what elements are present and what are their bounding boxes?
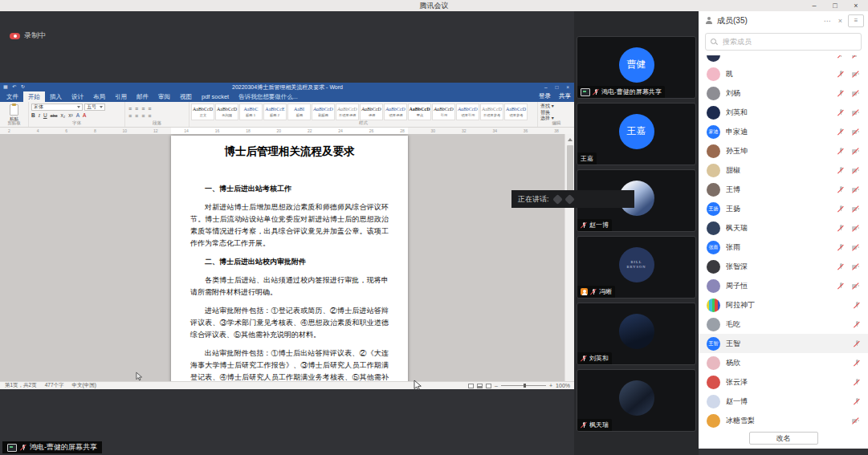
word-window-controls: – □ × [544, 83, 573, 91]
mic-off-icon [837, 244, 844, 251]
document-body: 一、博士后进出站考核工作对新进站博士后增加思想政治素质和师德师风综合评议环节。博… [190, 170, 389, 381]
member-row[interactable]: 冰糖雪梨 [699, 411, 868, 428]
strikethrough-icon [51, 112, 58, 118]
word-statusbar: 第1页，共2页477个字中文(中国) – + 100% [0, 381, 575, 389]
document-title: 博士后管理相关流程及要求 [190, 144, 389, 159]
styles-group-label: 样式 [189, 120, 537, 126]
ribbon-tab: 审阅 [153, 91, 175, 102]
member-row[interactable]: 甜椒 [699, 160, 868, 180]
participant-avatar: BILL BRYSON [619, 247, 654, 282]
bold-icon [31, 112, 35, 118]
ribbon-tab: 布局 [88, 91, 110, 102]
video-tile[interactable]: 曹健 鸿电-曹健的屏幕共享 [577, 36, 696, 99]
style-item: AaBbCcD 副标题 [312, 104, 335, 120]
speaking-label: 正在讲话: [518, 194, 549, 205]
mic-off-icon [854, 302, 860, 309]
document-paragraph: 出站审批附件包括：①博士后出站答辩评议表、②《大连海事大学博士后研究工作报告》、… [190, 347, 389, 381]
mic-off-icon [854, 398, 860, 405]
style-item: AaBbCcD 不明显强调 [336, 104, 359, 120]
justify-icon [148, 113, 151, 119]
camera-off-icon [852, 128, 860, 135]
camera-off-icon [852, 205, 860, 212]
member-avatar [707, 183, 720, 197]
avatar-initials: 曹健 [627, 58, 646, 71]
style-item: AaBbCcD 无间隔 [215, 104, 238, 120]
mic-off-icon [837, 282, 844, 290]
member-row[interactable]: 赵一博 [699, 392, 868, 411]
participant-name: 冯晰 [599, 287, 612, 296]
style-name: 引用 [440, 112, 447, 116]
member-row[interactable]: 凯 [699, 64, 868, 83]
member-row[interactable]: 毛吃 [699, 315, 868, 334]
style-item: AaBbCcD 不明显参考 [480, 104, 503, 120]
member-search-input[interactable] [721, 37, 856, 47]
scrollbar-thumb [567, 145, 573, 192]
panel-menu-button[interactable] [848, 14, 864, 27]
document-paragraph: 二、博士后进出站校内审批附件 [190, 256, 389, 268]
video-tile-label: 刘英和 [577, 352, 612, 364]
member-search-box[interactable] [705, 33, 862, 51]
number-list-icon [135, 106, 138, 112]
camera-off-icon [852, 109, 860, 116]
member-row[interactable]: 家迪 申家迪 [699, 122, 868, 141]
style-sample: AaBbCcD [337, 107, 357, 112]
member-name: 赵一博 [726, 396, 748, 407]
clipboard-group-label: 剪贴板 [0, 120, 28, 126]
hand-icon [552, 194, 563, 205]
video-tile[interactable]: 枫天瑞 [577, 369, 696, 432]
mic-off-icon [837, 263, 844, 270]
member-row[interactable]: 阿拉神丁 [699, 295, 868, 315]
video-tile[interactable]: 王嘉 王嘉 [577, 103, 696, 165]
members-title: 成员(35) [717, 15, 748, 26]
member-name: 阿拉神丁 [726, 300, 755, 311]
video-strip: 曹健 鸿电-曹健的屏幕共享 王嘉 王嘉 [574, 11, 699, 455]
participant-avatar: 曹健 [619, 47, 654, 83]
member-avatar: 张雨 [707, 241, 720, 254]
member-row[interactable]: 张云泽 [699, 372, 868, 392]
ribbon-tab: 视图 [175, 91, 197, 102]
mic-off-icon [837, 109, 844, 116]
video-tile[interactable]: BILL BRYSON 冯晰 [577, 236, 696, 299]
more-options-icon[interactable] [824, 17, 831, 25]
style-item: AaBbCcD 强调 [360, 104, 383, 120]
member-name: 杨欣 [726, 358, 740, 368]
word-title: 20220304博士后管理相关流程及要求 - Word [0, 83, 575, 91]
member-row[interactable]: 王博 [699, 180, 868, 199]
member-row[interactable]: 王扬 王扬 [699, 199, 868, 218]
member-row[interactable]: 周子恒 [699, 276, 868, 295]
member-row[interactable]: 王智 王智 [699, 334, 868, 353]
participant-name: 枫天瑞 [589, 420, 609, 429]
word-window: ▦ ↶ ↻ 20220304博士后管理相关流程及要求 - Word – □ × … [0, 83, 575, 389]
mic-off-icon [837, 225, 844, 232]
member-avatar [707, 67, 720, 81]
video-tile[interactable]: 刘英和 [577, 303, 696, 365]
highlight-color-icon [83, 112, 86, 118]
style-sample: AaBbCcD [193, 107, 213, 112]
search-icon [711, 39, 717, 45]
editing-menu-item: 替换 [540, 110, 573, 116]
member-row[interactable]: 刘杨 [699, 83, 868, 103]
style-name: 不明显强调 [339, 112, 356, 116]
member-row[interactable]: 张雨 张雨 [699, 238, 868, 257]
close-panel-icon[interactable] [838, 17, 842, 25]
share-banner-label: 鸿电-曹健的屏幕共享 [30, 442, 97, 453]
close-button[interactable] [846, 0, 866, 11]
rename-button[interactable]: 改名 [749, 432, 818, 445]
member-row[interactable]: 杨欣 [699, 353, 868, 372]
maximize-button[interactable] [825, 0, 846, 11]
style-name: 明显引用 [461, 112, 475, 116]
member-row[interactable]: 枫天瑞 [699, 218, 868, 238]
participant-name: 刘英和 [589, 354, 609, 363]
cursor-arrow [414, 380, 422, 391]
cursor-arrow-small [136, 372, 143, 381]
member-row[interactable]: 孙玉坤 [699, 141, 868, 160]
camera-off-icon [852, 282, 860, 289]
ribbon-tab: 开始 [23, 91, 45, 102]
member-row[interactable] [699, 55, 868, 64]
member-row[interactable]: 刘英和 [699, 103, 868, 122]
minimize-button[interactable] [804, 0, 825, 11]
member-avatar [707, 87, 720, 100]
style-sample: AaBbCcD [313, 107, 332, 112]
outdent-icon [148, 106, 151, 112]
member-row[interactable]: 张智深 [699, 257, 868, 276]
